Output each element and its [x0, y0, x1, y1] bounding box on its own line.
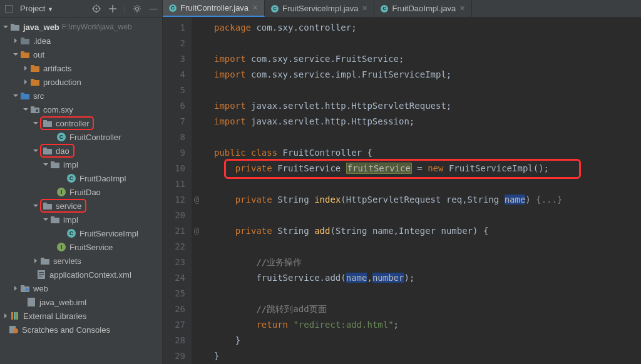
tab-label: FruitDaoImpl.java — [392, 4, 456, 13]
tree-item-scratches[interactable]: Scratches and Consoles — [0, 323, 162, 336]
svg-rect-47 — [39, 272, 44, 273]
svg-rect-30 — [21, 93, 24, 94]
svg-rect-54 — [11, 312, 13, 320]
tree-label: java_web.iml — [39, 298, 86, 307]
tree-item-impl1[interactable]: impl — [0, 158, 162, 171]
chevron-down-icon — [23, 106, 29, 113]
svg-rect-35 — [43, 120, 47, 122]
tab-fruitdaoimpl[interactable]: C FruitDaoImpl.java ✕ — [374, 0, 472, 17]
tree-item-fruitservice[interactable]: I FruitService — [0, 240, 162, 254]
iml-file-icon — [26, 298, 36, 306]
tab-label: FruitServiceImpl.java — [282, 4, 358, 13]
close-icon[interactable]: ✕ — [459, 4, 465, 13]
tree-item-src[interactable]: src — [0, 89, 162, 103]
close-icon[interactable]: ✕ — [252, 4, 258, 12]
tree-item-service[interactable]: service — [0, 199, 162, 213]
svg-rect-32 — [31, 106, 34, 108]
tree-item-fruitserviceimpl[interactable]: C FruitServiceImpl — [0, 226, 162, 240]
tree-item-dao[interactable]: dao — [0, 144, 162, 158]
xml-file-icon — [36, 270, 46, 279]
chevron-down-icon — [33, 203, 39, 209]
svg-rect-23 — [21, 53, 29, 58]
target-icon[interactable] — [91, 4, 101, 14]
package-icon — [50, 215, 60, 224]
interface-icon: I — [56, 243, 66, 251]
tree-item-web[interactable]: web — [0, 281, 162, 295]
project-tool-icon[interactable] — [4, 4, 14, 14]
chevron-down-icon — [43, 161, 49, 168]
svg-line-17 — [135, 10, 135, 11]
tree-label: impl — [63, 160, 78, 169]
svg-rect-0 — [5, 5, 13, 13]
close-icon[interactable]: ✕ — [362, 4, 367, 13]
tree-label: service — [56, 201, 81, 211]
tab-fruitserviceimpl[interactable]: C FruitServiceImpl.java ✕ — [265, 0, 374, 17]
gutter-marks: @ @ — [192, 18, 202, 364]
svg-rect-48 — [39, 274, 44, 275]
tree-item-fruitdao[interactable]: I FruitDao — [0, 185, 162, 199]
gear-icon[interactable] — [132, 4, 142, 14]
svg-rect-51 — [21, 285, 24, 287]
module-icon — [10, 23, 20, 31]
tree-label: impl — [63, 215, 78, 225]
web-folder-icon — [20, 284, 30, 293]
tree-item-iml[interactable]: java_web.iml — [0, 295, 162, 309]
svg-point-58 — [13, 328, 18, 333]
tree-item-artifacts[interactable]: artifacts — [0, 61, 162, 75]
folder-src-icon — [20, 91, 30, 100]
tree-item-controller[interactable]: controller — [0, 116, 162, 130]
package-icon — [40, 256, 50, 265]
project-sidebar: Project ▼ | — java_web F:\myWork\java_we… — [0, 0, 163, 364]
chevron-down-icon — [13, 93, 19, 99]
tree-item-out[interactable]: out — [0, 48, 162, 61]
tab-fruitcontroller[interactable]: C FruitController.java ✕ — [163, 0, 265, 17]
tree-label: Scratches and Consoles — [22, 325, 110, 335]
svg-rect-44 — [41, 259, 49, 265]
tree-label: FruitService — [69, 243, 113, 252]
tree-item-package[interactable]: com.sxy — [0, 103, 162, 116]
project-dropdown[interactable]: Project ▼ — [20, 4, 53, 13]
tree-label: src — [33, 91, 44, 101]
tree-label: servlets — [53, 256, 81, 266]
tree-item-appctx[interactable]: applicationContext.xml — [0, 268, 162, 281]
chevron-right-icon — [13, 285, 19, 291]
tree-label: out — [33, 50, 44, 59]
tree-label: artifacts — [43, 64, 72, 73]
chevron-down-icon — [3, 24, 9, 30]
hide-icon[interactable]: — — [148, 4, 158, 14]
chevron-right-icon — [3, 313, 9, 319]
tree-item-impl2[interactable]: impl — [0, 213, 162, 226]
package-icon — [50, 160, 60, 169]
svg-rect-55 — [14, 312, 16, 320]
tree-item-fruitdaoimpl[interactable]: C FruitDaoImpl — [0, 171, 162, 185]
tree-label: com.sxy — [43, 105, 73, 114]
svg-rect-45 — [41, 258, 44, 260]
chevron-down-icon — [13, 51, 19, 58]
tab-label: FruitController.java — [180, 3, 249, 13]
folder-icon — [20, 36, 30, 45]
class-icon: C — [271, 5, 279, 13]
svg-rect-36 — [43, 149, 52, 154]
sidebar-toolbar: Project ▼ | — — [0, 0, 162, 18]
tree-item-production[interactable]: production — [0, 75, 162, 89]
svg-rect-25 — [31, 66, 39, 72]
tree-item-fruitcontroller[interactable]: C FruitController — [0, 130, 162, 144]
folder-icon — [30, 78, 40, 86]
tree-item-extlib[interactable]: External Libraries — [0, 309, 162, 323]
svg-point-2 — [95, 8, 97, 9]
chevron-down-icon — [33, 148, 39, 154]
editor-tabs: C FruitController.java ✕ C FruitServiceI… — [163, 0, 641, 18]
tree-root[interactable]: java_web F:\myWork\java_web — [0, 20, 162, 34]
code-editor[interactable]: 12345678910111220212223242526272829 @ @ … — [163, 18, 641, 364]
interface-icon: I — [56, 188, 66, 196]
class-icon: C — [56, 133, 66, 141]
tree-label: FruitDaoImpl — [79, 174, 126, 183]
expand-icon[interactable] — [108, 4, 118, 14]
class-icon: C — [66, 229, 76, 238]
tree-label: FruitDao — [69, 188, 101, 197]
class-icon: C — [169, 4, 177, 12]
svg-rect-41 — [43, 203, 47, 205]
tree-item-servlets[interactable]: servlets — [0, 254, 162, 268]
tree-item-idea[interactable]: .idea — [0, 34, 162, 48]
package-icon — [43, 201, 53, 210]
